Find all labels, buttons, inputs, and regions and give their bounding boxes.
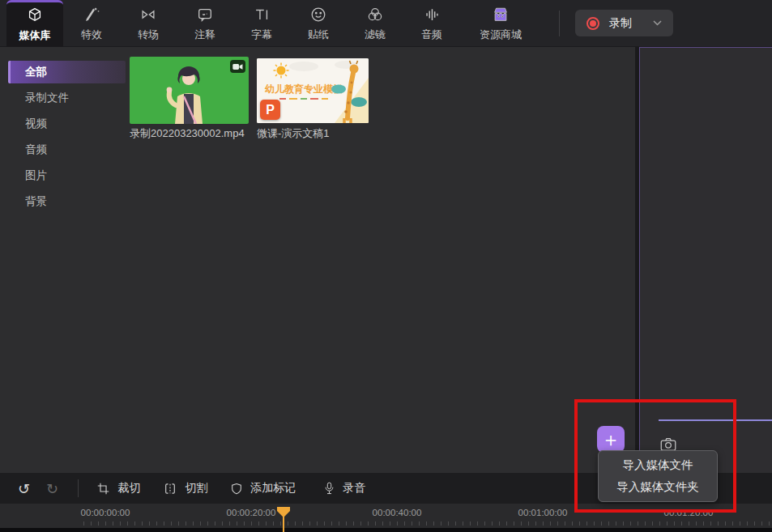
cut-label: 切割 — [185, 481, 207, 496]
sidebar-item-label: 音频 — [25, 143, 47, 155]
record-audio-label: 录音 — [343, 481, 365, 496]
tab-label: 媒体库 — [19, 28, 51, 43]
sidebar-item-background[interactable]: 背景 — [8, 190, 126, 213]
microphone-icon — [323, 481, 335, 496]
media-item-name: 录制202203230002.mp4 — [130, 126, 245, 141]
add-marker-button[interactable]: 添加标记 — [230, 481, 296, 496]
tab-label: 贴纸 — [308, 28, 329, 42]
undo-button[interactable]: ↺ — [18, 480, 30, 497]
chevron-down-icon[interactable] — [653, 20, 662, 26]
menu-item-import-media-folder[interactable]: 导入媒体文件夹 — [599, 476, 717, 498]
sidebar-item-label: 图片 — [25, 169, 47, 181]
timestamp-label: 00:01:20:00 — [664, 508, 714, 517]
cut-button[interactable]: 切割 — [163, 481, 207, 496]
equalizer-icon — [423, 6, 441, 23]
media-item-recording-thumbnail[interactable] — [130, 57, 249, 124]
tab-label: 特效 — [81, 28, 102, 42]
shield-marker-icon — [230, 482, 243, 496]
video-camera-icon — [232, 63, 243, 70]
tab-stickers[interactable]: 贴纸 — [290, 0, 347, 47]
crop-button[interactable]: 裁切 — [96, 481, 140, 496]
sidebar-item-all[interactable]: 全部 — [8, 61, 126, 83]
store-icon — [492, 6, 510, 23]
media-item-name: 微课-演示文稿1 — [257, 126, 330, 141]
menu-item-import-media-file[interactable]: 导入媒体文件 — [599, 454, 717, 476]
sidebar-item-label: 视频 — [25, 117, 47, 130]
import-dropdown-menu: 导入媒体文件 导入媒体文件夹 — [598, 450, 718, 502]
bottom-strip — [0, 528, 772, 532]
redo-button[interactable]: ↻ — [46, 480, 58, 497]
tab-annotations[interactable]: 注释 — [177, 0, 233, 47]
sidebar-item-audio[interactable]: 音频 — [8, 138, 126, 161]
timestamp-label: 00:01:00:00 — [518, 508, 568, 517]
tab-label: 字幕 — [251, 28, 272, 42]
video-editor-app: 媒体库 特效 转场 注释 — [0, 0, 772, 532]
tab-media-library[interactable]: 媒体库 — [6, 0, 63, 47]
add-marker-label: 添加标记 — [250, 481, 296, 496]
playhead-line — [283, 507, 284, 532]
tab-label: 音频 — [421, 28, 442, 42]
transition-icon — [139, 6, 157, 23]
sticker-icon — [309, 6, 327, 23]
sidebar-item-label: 录制文件 — [25, 92, 69, 104]
timestamp-label: 00:00:20:00 — [227, 508, 276, 517]
crop-label: 裁切 — [117, 481, 140, 496]
preview-panel — [639, 47, 772, 473]
tab-resource-store[interactable]: 资源商城 — [460, 0, 541, 47]
timestamp-label: 00:00:40:00 — [373, 508, 422, 517]
comment-icon — [196, 6, 214, 23]
toolbar-divider — [559, 11, 560, 36]
subtitle-icon — [253, 6, 271, 23]
tab-subtitles[interactable]: 字幕 — [233, 0, 290, 47]
powerpoint-badge: P — [260, 100, 280, 120]
tab-label: 资源商城 — [480, 28, 522, 42]
sidebar-item-images[interactable]: 图片 — [8, 164, 126, 187]
record-button[interactable]: 录制 — [575, 10, 673, 36]
cube-icon — [26, 6, 44, 24]
sidebar-item-video[interactable]: 视频 — [8, 113, 126, 135]
sidebar-item-label: 全部 — [25, 66, 47, 78]
tab-filters[interactable]: 滤镜 — [347, 0, 403, 47]
record-label: 录制 — [609, 16, 632, 31]
top-toolbar: 媒体库 特效 转场 注释 — [0, 0, 772, 47]
magic-pen-icon — [83, 6, 100, 23]
tab-audio[interactable]: 音频 — [403, 0, 460, 47]
filter-icon — [366, 6, 384, 23]
record-audio-button[interactable]: 录音 — [323, 481, 365, 496]
record-red-dot-icon — [586, 17, 599, 30]
add-media-button[interactable]: ＋ — [597, 426, 625, 453]
track-placeholder-line — [659, 419, 772, 421]
sidebar-item-label: 背景 — [25, 195, 47, 207]
timeline-ruler[interactable]: 00:00:00:00 00:00:20:00 00:00:40:00 00:0… — [0, 504, 772, 528]
tab-label: 注释 — [194, 28, 215, 42]
crop-icon — [96, 482, 110, 496]
video-type-badge — [230, 60, 245, 73]
tab-label: 转场 — [138, 28, 159, 42]
sidebar-item-recordings[interactable]: 录制文件 — [8, 87, 126, 109]
toolbar-separator — [78, 479, 79, 497]
timestamp-label: 00:00:00:00 — [81, 508, 130, 517]
tab-transitions[interactable]: 转场 — [120, 0, 177, 47]
ppt-slide-title: 幼儿教育专业模板 — [265, 83, 343, 95]
cut-icon — [163, 482, 177, 496]
tab-effects[interactable]: 特效 — [63, 0, 120, 47]
tab-label: 滤镜 — [365, 28, 386, 42]
